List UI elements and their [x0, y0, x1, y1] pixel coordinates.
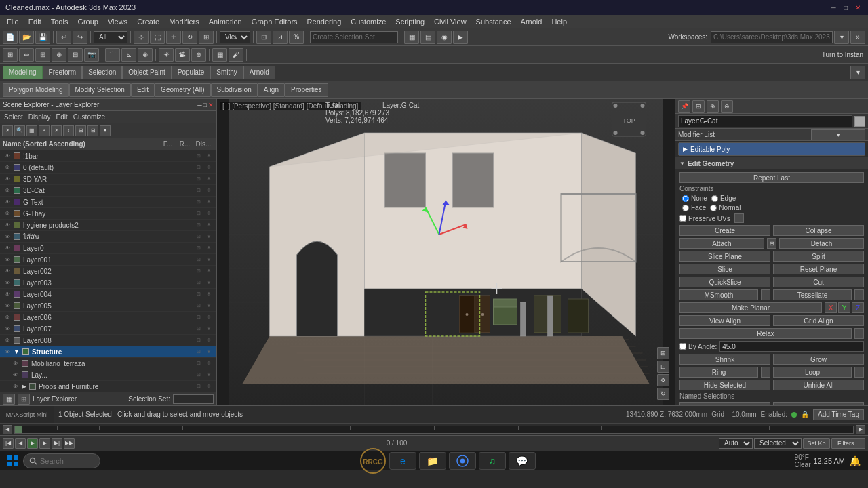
scene-explorer-titlebar[interactable]: Scene Explorer - Layer Explorer ─ □ ✕ — [0, 99, 216, 111]
taskbar-app-explorer[interactable]: 📁 — [419, 452, 446, 470]
se-find-btn[interactable]: 🔍 — [14, 125, 25, 136]
relax-settings[interactable] — [854, 328, 864, 339]
eye-icon-8[interactable]: 👁 — [3, 243, 12, 253]
scale-btn[interactable]: ⊞ — [199, 30, 214, 44]
se-item-11[interactable]: 👁 Layer003 ⊡❄ — [0, 277, 216, 289]
se-add-layer-btn[interactable]: + — [39, 125, 50, 136]
eye-icon-12[interactable]: 👁 — [3, 289, 12, 299]
cut-btn[interactable]: Cut — [773, 277, 864, 287]
taskbar-app-edge[interactable]: e — [389, 452, 416, 470]
eye-icon-11[interactable]: 👁 — [3, 278, 12, 287]
menu-rendering[interactable]: Rendering — [303, 15, 346, 28]
selection-set-input[interactable] — [310, 31, 398, 43]
shrink-btn[interactable]: Shrink — [679, 354, 770, 365]
select-region-btn[interactable]: ⬚ — [150, 30, 165, 44]
repeat-last-btn[interactable]: Repeat Last — [679, 172, 864, 183]
play-forward-btn[interactable]: ▶▶ — [64, 438, 75, 449]
slice-btn[interactable]: Slice — [679, 264, 770, 274]
edit-geometry-header[interactable]: ▼ Edit Geometry — [675, 157, 868, 169]
none-radio[interactable]: None — [682, 195, 707, 202]
eye-icon-9[interactable]: 👁 — [3, 255, 12, 264]
new-file-btn[interactable]: 📄 — [3, 30, 18, 44]
se-more-btn[interactable]: ▾ — [100, 125, 111, 136]
taskbar-app-chrome[interactable] — [449, 452, 476, 470]
eye-icon-10[interactable]: 👁 — [3, 266, 12, 276]
se-item-14[interactable]: 👁 Layer006 ⊡❄ — [0, 312, 216, 323]
view-align-btn[interactable]: View Align — [679, 315, 770, 326]
menu-help[interactable]: Help — [547, 15, 571, 28]
play-btn[interactable]: ▶ — [27, 438, 38, 449]
taskbar-app-discord[interactable]: 💬 — [509, 452, 536, 470]
viewport[interactable]: [+] [Perspective] [Standard] [Default Sh… — [217, 99, 675, 405]
expand-icon-20[interactable]: ▶ — [22, 383, 26, 390]
zoom-extents-btn[interactable]: ⊞ — [657, 347, 669, 359]
percent-snap-btn[interactable]: % — [289, 30, 304, 44]
menu-scripting[interactable]: Scripting — [391, 15, 429, 28]
helper-btn[interactable]: ⊕ — [191, 48, 206, 62]
se-menu-customize[interactable]: Customize — [73, 113, 105, 121]
menu-tools[interactable]: Tools — [47, 15, 73, 28]
tessellate-btn[interactable]: Tessellate — [773, 289, 852, 300]
se-item-19[interactable]: 👁 Lay... ⊡❄ — [0, 369, 216, 381]
browse-btn[interactable]: ▾ — [834, 30, 849, 44]
se-item-18[interactable]: 👁 Mobiliario_terraza ⊡❄ — [0, 358, 216, 369]
eye-icon-6[interactable]: 👁 — [3, 220, 12, 230]
se-item-15[interactable]: 👁 Layer007 ⊡❄ — [0, 323, 216, 335]
loop-settings[interactable] — [854, 367, 864, 378]
unhide-all-btn[interactable]: Unhide All — [773, 380, 864, 390]
se-item-7[interactable]: 👁 ไส้สัน ⊡❄ — [0, 231, 216, 243]
go-start-btn[interactable]: |◀ — [3, 438, 14, 449]
se-menu-edit[interactable]: Edit — [56, 113, 68, 121]
hide-selected-btn[interactable]: Hide Selected — [679, 380, 770, 390]
boolean-btn[interactable]: ⊗ — [138, 48, 153, 62]
se-filter-btn[interactable]: ✕ — [2, 125, 13, 136]
prev-frame-btn[interactable]: ◀ — [15, 438, 26, 449]
redo-btn[interactable]: ↪ — [73, 30, 87, 44]
notification-btn[interactable]: 🔔 — [848, 453, 863, 468]
camera-btn[interactable]: 📽 — [175, 48, 190, 62]
set-kb-btn[interactable]: Set Kb — [803, 438, 830, 449]
pan-btn[interactable]: ✥ — [657, 374, 669, 386]
relax-btn[interactable]: Relax — [679, 328, 852, 339]
add-time-tag-btn[interactable]: Add Time Tag — [813, 409, 864, 420]
filter-dropdown[interactable]: All — [94, 31, 127, 43]
taskbar-search-input[interactable] — [40, 457, 94, 465]
close-btn[interactable]: ✕ — [853, 3, 863, 12]
eye-icon-1[interactable]: 👁 — [3, 163, 12, 172]
eye-icon-16[interactable]: 👁 — [3, 336, 12, 345]
editable-poly-item[interactable]: ▶ Editable Poly — [679, 143, 865, 155]
ring-settings[interactable] — [761, 367, 770, 378]
tab-modeling[interactable]: Modeling — [3, 66, 43, 79]
menu-civil-view[interactable]: Civil View — [430, 15, 470, 28]
loop-btn[interactable]: Loop — [773, 367, 852, 378]
se-item-17[interactable]: 👁 ▼ Structure ⊡❄ — [0, 346, 216, 358]
maximize-btn[interactable]: □ — [841, 3, 850, 12]
by-angle-input[interactable] — [719, 341, 864, 352]
path-input[interactable] — [711, 31, 833, 43]
spacing-btn[interactable]: ⊟ — [68, 48, 83, 62]
eye-icon-5[interactable]: 👁 — [3, 209, 12, 218]
save-btn[interactable]: 💾 — [35, 30, 50, 44]
eye-icon-20[interactable]: 👁 — [11, 382, 20, 391]
create-sel-btn[interactable]: ⊞ — [692, 100, 705, 113]
eye-icon-3[interactable]: 👁 — [3, 186, 12, 195]
tab-freeform[interactable]: Freeform — [43, 66, 83, 79]
eye-icon-19[interactable]: 👁 — [11, 370, 20, 380]
se-collapse-btn[interactable]: ⊟ — [87, 125, 98, 136]
create-btn[interactable]: Create — [679, 225, 770, 236]
go-end-btn[interactable]: ▶| — [52, 438, 62, 449]
clone-btn[interactable]: ⊕ — [52, 48, 66, 62]
auto-select[interactable]: Auto — [719, 438, 753, 449]
layer-btn[interactable]: ▦ — [404, 30, 419, 44]
split-btn[interactable]: Split — [773, 251, 864, 262]
se-item-16[interactable]: 👁 Layer008 ⊡❄ — [0, 335, 216, 346]
eye-icon-17[interactable]: 👁 — [3, 347, 12, 357]
unwrap-btn[interactable]: ▦ — [212, 48, 227, 62]
edge-radio[interactable]: Edge — [711, 195, 736, 202]
timeline-left-btn[interactable]: ◀ — [3, 425, 12, 434]
menu-modifiers[interactable]: Modifiers — [165, 15, 203, 28]
collapse-btn[interactable]: Collapse — [773, 225, 864, 236]
modifier-dropdown[interactable]: ▾ — [811, 129, 865, 140]
menu-file[interactable]: File — [3, 15, 23, 28]
eye-icon-18[interactable]: 👁 — [11, 359, 20, 368]
